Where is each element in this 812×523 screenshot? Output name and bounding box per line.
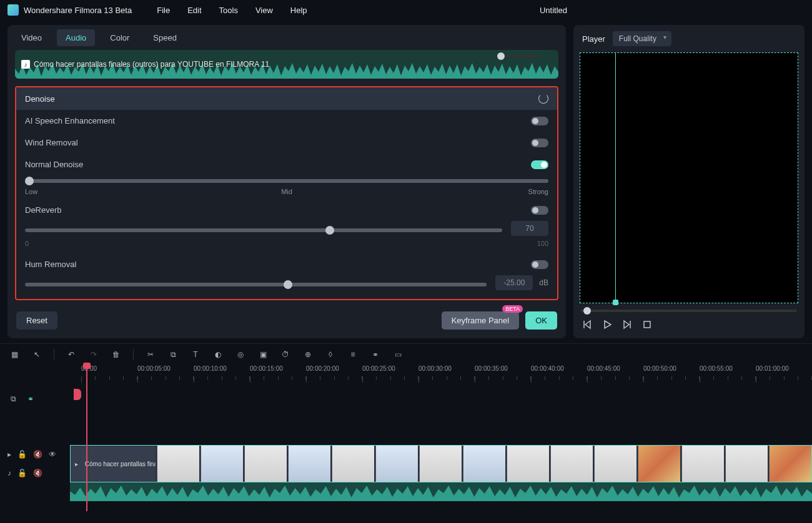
menu-file[interactable]: File bbox=[157, 6, 170, 15]
timeline-ruler[interactable]: 00:00 00:00:05:00 00:00:10:00 00:00:15:0… bbox=[81, 365, 812, 386]
property-tabs: Video Audio Color Speed bbox=[7, 25, 566, 50]
hum-unit: dB bbox=[539, 278, 548, 287]
svg-rect-0 bbox=[644, 321, 650, 328]
marker-icon[interactable]: ⊕ bbox=[302, 349, 314, 360]
mask-icon[interactable]: ▣ bbox=[257, 349, 269, 360]
ok-button[interactable]: OK bbox=[525, 311, 557, 330]
layout-icon[interactable]: ▦ bbox=[9, 349, 20, 360]
hum-value[interactable]: -25.00 bbox=[495, 275, 533, 290]
tick-label: 00:00:25:00 bbox=[362, 365, 395, 372]
app-logo-icon bbox=[7, 4, 19, 16]
link-track-icon[interactable]: ⚭ bbox=[25, 393, 36, 404]
crop-icon[interactable]: ⧉ bbox=[167, 349, 179, 360]
cursor-icon[interactable]: ↖ bbox=[31, 349, 42, 360]
denoise-title: Denoise bbox=[25, 94, 55, 104]
video-thumbnail bbox=[725, 446, 768, 482]
keyframe-panel-button[interactable]: Keyframe Panel BETA bbox=[442, 311, 520, 330]
visibility-icon[interactable]: 👁 bbox=[49, 450, 56, 459]
tab-speed[interactable]: Speed bbox=[144, 29, 186, 46]
record-icon[interactable]: ▭ bbox=[392, 349, 404, 360]
effects-icon[interactable]: ◊ bbox=[325, 349, 336, 360]
tick-label: 00:00:30:00 bbox=[418, 365, 452, 372]
dereverb-toggle[interactable] bbox=[531, 206, 548, 215]
video-track[interactable]: ▸ Cómo hacer pantallas fina bbox=[70, 445, 812, 482]
clip-mini-title: Cómo hacer pantallas fina bbox=[82, 461, 156, 467]
next-frame-icon[interactable] bbox=[622, 320, 632, 330]
hum-removal-toggle[interactable] bbox=[531, 260, 548, 269]
video-thumbnail bbox=[288, 446, 330, 482]
clip-title: Cómo hacer pantallas finales (outros) pa… bbox=[34, 60, 269, 69]
play-icon[interactable] bbox=[602, 320, 612, 330]
player-viewport[interactable] bbox=[580, 52, 798, 303]
tick-label: 00:00:10:00 bbox=[194, 365, 227, 372]
beta-badge: BETA bbox=[502, 305, 523, 313]
hum-slider[interactable] bbox=[25, 283, 487, 286]
wind-removal-toggle[interactable] bbox=[531, 139, 548, 147]
clip-handle-icon[interactable] bbox=[74, 389, 81, 400]
video-thumbnail bbox=[681, 446, 724, 482]
slider-low-label: Low bbox=[25, 188, 37, 195]
dereverb-slider[interactable] bbox=[25, 228, 502, 232]
audio-track-icon[interactable]: ♪ bbox=[7, 469, 11, 477]
safezone-handle-icon[interactable] bbox=[613, 300, 618, 305]
lock-icon[interactable]: 🔓 bbox=[17, 450, 27, 459]
ai-speech-label: AI Speech Enhancement bbox=[25, 116, 115, 125]
audio-track-controls: ♪ 🔓 🔇 bbox=[0, 464, 70, 482]
video-thumbnail bbox=[244, 446, 287, 482]
dereverb-value[interactable]: 70 bbox=[511, 221, 548, 236]
timer-icon[interactable]: ⏱ bbox=[280, 349, 291, 360]
video-thumbnail bbox=[375, 446, 418, 482]
cut-icon[interactable]: ✂ bbox=[145, 349, 156, 360]
tick-label: 00:00:45:00 bbox=[587, 365, 620, 372]
video-thumbnail bbox=[201, 446, 243, 482]
dereverb-min: 0 bbox=[25, 240, 29, 247]
video-thumbnail bbox=[507, 446, 549, 482]
tick-label: 00:00:40:00 bbox=[531, 365, 564, 372]
player-scrub[interactable] bbox=[581, 310, 797, 312]
menu-view[interactable]: View bbox=[255, 6, 273, 15]
text-icon[interactable]: T bbox=[190, 349, 201, 360]
reset-denoise-icon[interactable] bbox=[538, 94, 548, 104]
redo-icon[interactable]: ↷ bbox=[88, 349, 99, 360]
ai-speech-toggle[interactable] bbox=[531, 117, 548, 125]
video-thumbnail bbox=[157, 446, 199, 482]
tick-label: 00:01:00:00 bbox=[756, 365, 789, 372]
tab-audio[interactable]: Audio bbox=[57, 29, 95, 46]
dereverb-label: DeReverb bbox=[25, 205, 62, 215]
undo-icon[interactable]: ↶ bbox=[66, 349, 77, 360]
hum-removal-label: Hum Removal bbox=[25, 260, 76, 269]
tab-color[interactable]: Color bbox=[101, 29, 138, 46]
video-track-icon[interactable]: ▸ bbox=[7, 450, 11, 459]
adjust-icon[interactable]: ≡ bbox=[347, 349, 359, 360]
audio-clip-header[interactable]: ♪ Cómo hacer pantallas finales (outros) … bbox=[15, 50, 558, 79]
track-options-icon[interactable]: ⧉ bbox=[7, 393, 19, 404]
normal-denoise-toggle[interactable] bbox=[531, 160, 548, 169]
tick-label: 00:00:15:00 bbox=[250, 365, 283, 372]
timeline-toolbar: ▦ ↖ ↶ ↷ 🗑 ✂ ⧉ T ◐ ◎ ▣ ⏱ ⊕ ◊ ≡ ⚭ ▭ bbox=[0, 343, 812, 365]
color-icon[interactable]: ◎ bbox=[235, 349, 246, 360]
playhead[interactable] bbox=[86, 364, 87, 511]
empty-track[interactable] bbox=[70, 386, 812, 445]
reset-button[interactable]: Reset bbox=[16, 311, 57, 330]
audio-properties-panel: Video Audio Color Speed ♪ Cómo hacer pan… bbox=[7, 25, 566, 338]
mute-icon[interactable]: 🔇 bbox=[33, 450, 42, 459]
denoise-header: Denoise bbox=[16, 87, 557, 110]
document-title: Untitled bbox=[540, 6, 567, 15]
delete-icon[interactable]: 🗑 bbox=[111, 349, 122, 360]
menu-edit[interactable]: Edit bbox=[187, 6, 201, 15]
normal-denoise-slider[interactable] bbox=[25, 179, 548, 183]
speed-icon[interactable]: ◐ bbox=[212, 349, 224, 360]
prev-frame-icon[interactable] bbox=[582, 320, 592, 330]
clip-scrub[interactable] bbox=[502, 55, 540, 57]
player-title: Player bbox=[582, 34, 605, 44]
link-icon[interactable]: ⚭ bbox=[370, 349, 381, 360]
normal-denoise-label: Normal Denoise bbox=[25, 160, 83, 169]
tab-video[interactable]: Video bbox=[12, 29, 51, 46]
lock-icon[interactable]: 🔓 bbox=[17, 469, 27, 477]
quality-select[interactable]: Full Quality bbox=[613, 31, 671, 46]
menu-tools[interactable]: Tools bbox=[219, 6, 238, 15]
audio-track[interactable] bbox=[70, 482, 812, 501]
mute-icon[interactable]: 🔇 bbox=[33, 469, 42, 477]
menu-help[interactable]: Help bbox=[290, 6, 307, 15]
stop-icon[interactable] bbox=[642, 320, 652, 330]
